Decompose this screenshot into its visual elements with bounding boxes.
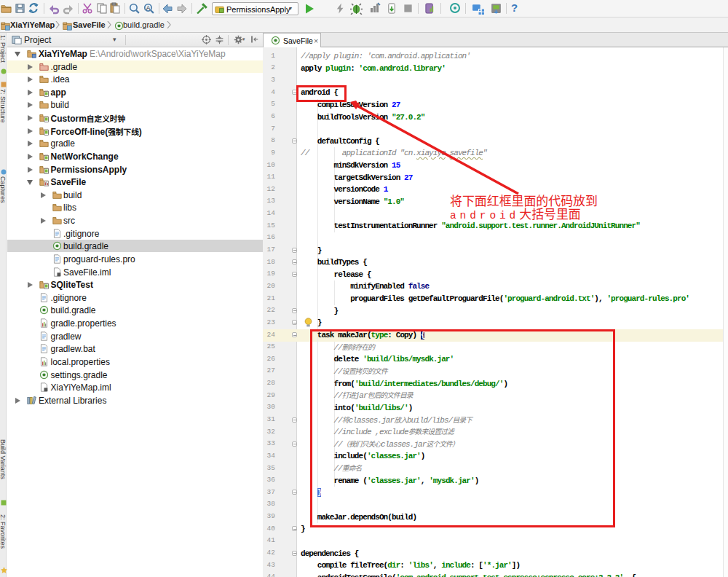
svg-text:A: A	[146, 4, 151, 12]
